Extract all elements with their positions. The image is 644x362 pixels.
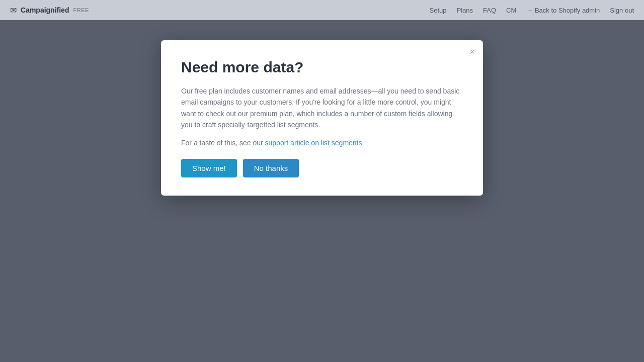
modal-close-button[interactable]: × — [469, 47, 475, 56]
no-thanks-button[interactable]: No thanks — [243, 159, 299, 177]
modal-footer-text: For a taste of this, see our support art… — [181, 139, 463, 147]
show-me-button[interactable]: Show me! — [181, 159, 237, 177]
modal-footer-prefix: For a taste of this, see our — [181, 139, 265, 147]
modal-footer-suffix: . — [362, 139, 364, 147]
brand-icon: ✉ — [10, 6, 17, 15]
brand-name: Campaignified — [21, 6, 69, 14]
modal-body-text: Our free plan includes customer names an… — [181, 85, 463, 131]
brand-logo: ✉ Campaignified Free — [10, 6, 89, 15]
nav-links: Setup Plans FAQ CM → Back to Shopify adm… — [430, 7, 634, 14]
sign-out-link[interactable]: Sign out — [610, 7, 634, 14]
back-to-shopify-link[interactable]: → Back to Shopify admin — [526, 7, 600, 14]
setup-link[interactable]: Setup — [430, 7, 447, 14]
brand-free-badge: Free — [73, 7, 89, 13]
modal-overlay: × Need more data? Our free plan includes… — [0, 20, 644, 362]
top-nav: ✉ Campaignified Free Setup Plans FAQ CM … — [0, 0, 644, 20]
support-article-link[interactable]: support article on list segments — [265, 139, 362, 147]
modal-title: Need more data? — [181, 58, 463, 76]
modal-buttons: Show me! No thanks — [181, 159, 463, 177]
plans-link[interactable]: Plans — [457, 7, 473, 14]
faq-link[interactable]: FAQ — [483, 7, 496, 14]
cm-link[interactable]: CM — [506, 7, 516, 14]
modal-dialog: × Need more data? Our free plan includes… — [161, 40, 483, 196]
